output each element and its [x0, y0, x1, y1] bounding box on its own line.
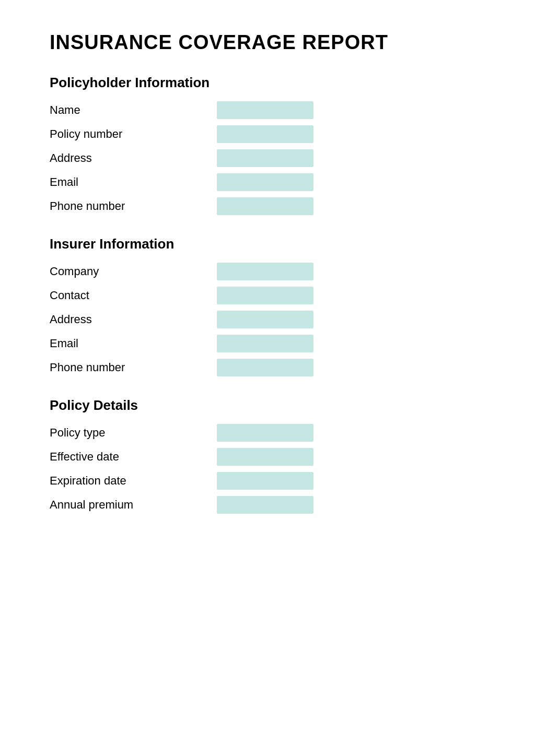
field-row: Phone number	[50, 197, 485, 215]
section-heading-policy-details: Policy Details	[50, 397, 485, 414]
field-label: Phone number	[50, 199, 217, 213]
page-title: INSURANCE COVERAGE REPORT	[50, 31, 485, 54]
field-label: Address	[50, 151, 217, 165]
field-row: Company	[50, 263, 485, 280]
field-value-box[interactable]	[217, 424, 313, 442]
field-row: Phone number	[50, 359, 485, 376]
field-row: Name	[50, 101, 485, 119]
field-value-box[interactable]	[217, 287, 313, 304]
field-value-box[interactable]	[217, 101, 313, 119]
field-value-box[interactable]	[217, 125, 313, 143]
field-label: Policy type	[50, 426, 217, 440]
field-label: Address	[50, 313, 217, 326]
field-label: Phone number	[50, 361, 217, 374]
field-row: Address	[50, 149, 485, 167]
field-label: Policy number	[50, 127, 217, 141]
field-label: Email	[50, 337, 217, 350]
field-label: Name	[50, 103, 217, 117]
field-row: Annual premium	[50, 496, 485, 514]
field-value-box[interactable]	[217, 311, 313, 328]
field-row: Address	[50, 311, 485, 328]
section-heading-insurer: Insurer Information	[50, 236, 485, 252]
field-row: Policy number	[50, 125, 485, 143]
field-row: Contact	[50, 287, 485, 304]
section-heading-policyholder: Policyholder Information	[50, 75, 485, 91]
field-value-box[interactable]	[217, 359, 313, 376]
field-value-box[interactable]	[217, 335, 313, 352]
field-value-box[interactable]	[217, 448, 313, 466]
section-insurer: Insurer InformationCompanyContactAddress…	[50, 236, 485, 376]
field-value-box[interactable]	[217, 496, 313, 514]
field-value-box[interactable]	[217, 472, 313, 490]
field-row: Email	[50, 335, 485, 352]
field-label: Effective date	[50, 450, 217, 464]
field-value-box[interactable]	[217, 173, 313, 191]
field-label: Contact	[50, 289, 217, 302]
field-value-box[interactable]	[217, 263, 313, 280]
field-row: Policy type	[50, 424, 485, 442]
field-label: Company	[50, 265, 217, 278]
section-policyholder: Policyholder InformationNamePolicy numbe…	[50, 75, 485, 215]
field-row: Expiration date	[50, 472, 485, 490]
field-label: Annual premium	[50, 498, 217, 512]
field-row: Email	[50, 173, 485, 191]
section-policy-details: Policy DetailsPolicy typeEffective dateE…	[50, 397, 485, 514]
field-label: Email	[50, 175, 217, 189]
field-value-box[interactable]	[217, 197, 313, 215]
field-value-box[interactable]	[217, 149, 313, 167]
field-label: Expiration date	[50, 474, 217, 488]
field-row: Effective date	[50, 448, 485, 466]
